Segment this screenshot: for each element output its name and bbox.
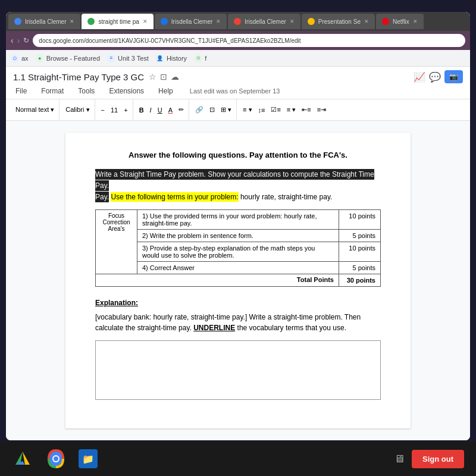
tab-presentation[interactable]: Presentation Se ✕ bbox=[302, 14, 375, 29]
bookmark-icon-history: 👤 bbox=[156, 54, 164, 62]
rubric-row-3: 3) Provide a step-by-step explanation of… bbox=[96, 242, 381, 262]
explanation-body: [vocabulary bank: hourly rate, straight-… bbox=[95, 312, 381, 333]
image-button[interactable]: ⊞ ▾ bbox=[218, 105, 234, 115]
google-drive-taskbar-icon[interactable] bbox=[12, 448, 33, 469]
rubric-points-4: 5 points bbox=[339, 262, 381, 274]
taskbar-right: 🖥 Sign out bbox=[394, 450, 464, 468]
tab-close-4[interactable]: ✕ bbox=[290, 18, 295, 24]
menu-format[interactable]: Format bbox=[39, 86, 66, 96]
bookmark-label-history: History bbox=[167, 55, 187, 62]
font-color-button[interactable]: A bbox=[166, 105, 175, 115]
tab-icon-6 bbox=[382, 18, 389, 25]
doc-content: Answer the following questions. Pay atte… bbox=[6, 121, 470, 440]
tab-label-1: Irisdella Clemer bbox=[25, 18, 66, 25]
forward-button[interactable]: › bbox=[17, 36, 20, 45]
camera-button[interactable]: 📷 bbox=[444, 70, 463, 83]
bold-button[interactable]: B bbox=[137, 105, 146, 115]
svg-point-5 bbox=[54, 456, 58, 461]
docs-title-row: 1.1 Straight-Time Pay Type 3 GC ☆ ⊡ ☁ 📈 … bbox=[13, 70, 463, 83]
taskbar: 📁 🖥 Sign out bbox=[0, 441, 476, 476]
underline-text: UNDERLINE bbox=[193, 324, 235, 332]
docs-title-icons: ☆ ⊡ ☁ bbox=[149, 72, 179, 82]
align-button[interactable]: ≡ ▾ bbox=[240, 105, 254, 115]
menu-file[interactable]: File bbox=[13, 86, 29, 96]
link-group: 🔗 ⊡ ⊞ ▾ bbox=[190, 99, 237, 120]
docs-title: 1.1 Straight-Time Pay Type 3 GC bbox=[13, 72, 144, 82]
bullet-list-button[interactable]: ≡ ▾ bbox=[284, 105, 298, 115]
rubric-table: FocusCorrectionArea's 1) Use the provide… bbox=[95, 209, 381, 287]
bookmark-f[interactable]: ⊙ f bbox=[194, 54, 206, 62]
rubric-desc-4: 4) Correct Answer bbox=[137, 262, 339, 274]
tab-icon-4 bbox=[234, 18, 241, 25]
tab-bar: Irisdella Clemer ✕ straight time pa ✕ Ir… bbox=[6, 12, 470, 31]
font-dropdown[interactable]: Calibri ▾ bbox=[63, 105, 92, 115]
tab-close-2[interactable]: ✕ bbox=[143, 18, 148, 24]
doc-heading: Answer the following questions. Pay atte… bbox=[95, 151, 381, 159]
style-dropdown[interactable]: Normal text ▾ bbox=[13, 105, 57, 115]
bookmark-ax[interactable]: ⊙ ax bbox=[11, 54, 29, 62]
comment-icon[interactable]: 💬 bbox=[429, 71, 441, 83]
back-button[interactable]: ‹ bbox=[11, 36, 14, 45]
rubric-desc-2: 2) Write the problem in sentence form. bbox=[137, 230, 339, 242]
docs-header: 1.1 Straight-Time Pay Type 3 GC ☆ ⊡ ☁ 📈 … bbox=[6, 67, 470, 99]
tab-irisdella-1[interactable]: Irisdella Clemer ✕ bbox=[8, 14, 80, 29]
bookmark-browse[interactable]: ● Browse - Featured bbox=[36, 54, 100, 62]
bookmark-icon-f: ⊙ bbox=[194, 54, 202, 62]
line-spacing-button[interactable]: ↕≡ bbox=[256, 105, 268, 115]
bookmark-label-ax: ax bbox=[21, 55, 29, 62]
folder-icon[interactable]: ⊡ bbox=[160, 72, 167, 82]
size-group: − 11 + bbox=[96, 99, 133, 120]
tab-label-2: straight time pa bbox=[98, 18, 139, 25]
files-taskbar-icon[interactable]: 📁 bbox=[79, 449, 98, 468]
tab-icon-2 bbox=[87, 18, 95, 25]
prompt-text-highlighted: Write a Straight Time Pay problem. Show … bbox=[95, 169, 374, 191]
address-input[interactable]: docs.google.com/document/d/1KAVJGKU-0C7V… bbox=[33, 34, 465, 47]
chrome-taskbar-icon[interactable] bbox=[45, 448, 67, 469]
tab-irisdella-2[interactable]: Irisdella Clemer ✕ bbox=[155, 14, 227, 29]
tab-netflix[interactable]: Netflix ✕ bbox=[376, 14, 424, 29]
font-size-increase[interactable]: + bbox=[121, 105, 130, 115]
explanation-section: Explanation: [vocabulary bank: hourly ra… bbox=[95, 299, 381, 333]
last-edit-text: Last edit was on September 13 bbox=[190, 87, 280, 95]
tab-straight-time[interactable]: straight time pa ✕ bbox=[82, 14, 153, 29]
bookmark-unit3[interactable]: ≡ Unit 3 Test bbox=[107, 54, 149, 62]
monitor-icon[interactable]: 🖥 bbox=[394, 453, 405, 465]
reload-button[interactable]: ↻ bbox=[23, 36, 29, 45]
tab-close-1[interactable]: ✕ bbox=[70, 18, 74, 24]
checklist-button[interactable]: ☑≡ bbox=[268, 105, 283, 115]
address-text: docs.google.com/document/d/1KAVJGKU-0C7V… bbox=[39, 37, 300, 44]
style-group: Normal text ▾ bbox=[11, 99, 60, 120]
menu-help[interactable]: Help bbox=[156, 86, 176, 96]
answer-box[interactable] bbox=[95, 340, 381, 400]
star-icon[interactable]: ☆ bbox=[149, 72, 156, 82]
browser-window: Irisdella Clemer ✕ straight time pa ✕ Ir… bbox=[6, 12, 470, 440]
link-button[interactable]: 🔗 bbox=[193, 105, 206, 115]
rubric-row-4: 4) Correct Answer 5 points bbox=[96, 262, 381, 274]
tab-close-3[interactable]: ✕ bbox=[216, 18, 221, 24]
font-size-decrease[interactable]: − bbox=[99, 105, 107, 115]
prompt-terms: hourly rate, straight-time pay. bbox=[240, 193, 333, 201]
indent-more-button[interactable]: ≡⇥ bbox=[315, 105, 328, 115]
menu-extensions[interactable]: Extensions bbox=[107, 86, 146, 96]
bookmark-history[interactable]: 👤 History bbox=[156, 54, 187, 62]
tab-close-6[interactable]: ✕ bbox=[413, 18, 418, 24]
sign-out-button[interactable]: Sign out bbox=[412, 450, 464, 468]
rubric-row-1: FocusCorrectionArea's 1) Use the provide… bbox=[96, 210, 381, 230]
tab-label-3: Irisdella Clemer bbox=[171, 18, 212, 25]
cloud-icon[interactable]: ☁ bbox=[171, 72, 179, 82]
bookmarks-bar: ⊙ ax ● Browse - Featured ≡ Unit 3 Test 👤… bbox=[6, 50, 470, 67]
menu-tools[interactable]: Tools bbox=[76, 86, 97, 96]
italic-button[interactable]: I bbox=[148, 105, 154, 115]
tab-icon-3 bbox=[161, 18, 168, 25]
bookmark-label-f: f bbox=[205, 55, 206, 62]
comment-inline-button[interactable]: ⊡ bbox=[207, 105, 217, 115]
tab-irisdella-3[interactable]: Irisdella Clemer ✕ bbox=[228, 14, 300, 29]
total-points: 30 points bbox=[339, 274, 381, 287]
trend-icon[interactable]: 📈 bbox=[414, 71, 425, 83]
tab-close-5[interactable]: ✕ bbox=[364, 18, 369, 24]
indent-less-button[interactable]: ⇤≡ bbox=[299, 105, 313, 115]
focus-cell: FocusCorrectionArea's bbox=[96, 210, 137, 274]
rubric-desc-1: 1) Use the provided terms in your word p… bbox=[137, 210, 339, 230]
highlight-button[interactable]: ✏ bbox=[176, 105, 186, 115]
underline-button[interactable]: U bbox=[155, 105, 165, 115]
